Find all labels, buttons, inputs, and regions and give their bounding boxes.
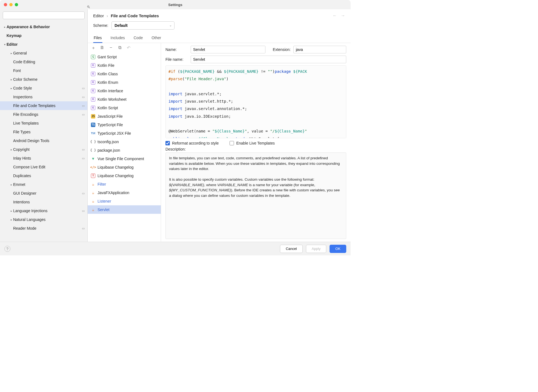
template-typescript-file[interactable]: TSTypeScript File bbox=[88, 120, 161, 129]
add-child-icon[interactable]: 🗎 bbox=[100, 45, 105, 51]
template-kotlin-class[interactable]: KKotlin Class bbox=[88, 70, 161, 78]
template-list[interactable]: GGant ScriptKKotlin FileKKotlin ClassKKo… bbox=[88, 53, 161, 242]
filename-field[interactable] bbox=[191, 56, 346, 63]
sidebar-item-file-encodings[interactable]: File Encodings▭ bbox=[0, 110, 87, 119]
template-vue-single-file-component[interactable]: ▼Vue Single File Component bbox=[88, 154, 161, 163]
extension-field[interactable] bbox=[293, 46, 346, 53]
scope-icon: ▭ bbox=[82, 209, 85, 213]
sidebar-item-color-scheme[interactable]: ▸Color Scheme bbox=[0, 75, 87, 84]
sidebar-item-file-types[interactable]: File Types bbox=[0, 128, 87, 136]
sidebar-item-font[interactable]: Font bbox=[0, 66, 87, 75]
sidebar-item-label: File Types bbox=[13, 130, 31, 134]
template-label: Kotlin Interface bbox=[98, 89, 123, 93]
sidebar-item-inlay-hints[interactable]: Inlay Hints▭ bbox=[0, 154, 87, 163]
remove-icon[interactable]: − bbox=[108, 45, 113, 51]
sidebar-item-appearance-behavior[interactable]: ▸Appearance & Behavior bbox=[0, 22, 87, 31]
template-liquibase-changelog[interactable]: </>Liquibase Changelog bbox=[88, 163, 161, 171]
sidebar-item-editor[interactable]: ▾Editor bbox=[0, 40, 87, 49]
sidebar-item-intentions[interactable]: Intentions bbox=[0, 198, 87, 206]
template-servlet[interactable]: ☕Servlet bbox=[88, 205, 161, 214]
description-box: In file templates, you can use text, cod… bbox=[165, 152, 346, 239]
template-kotlin-interface[interactable]: KKotlin Interface bbox=[88, 87, 161, 95]
revert-icon[interactable]: ↶ bbox=[126, 45, 131, 51]
template-label: Kotlin Class bbox=[98, 72, 118, 76]
sidebar-item-duplicates[interactable]: Duplicates bbox=[0, 171, 87, 180]
k-icon: K bbox=[91, 63, 95, 68]
sidebar-item-android-design-tools[interactable]: Android Design Tools bbox=[0, 136, 87, 145]
sidebar-item-language-injections[interactable]: ▸Language Injections▭ bbox=[0, 206, 87, 215]
template-label: Kotlin Worksheet bbox=[98, 97, 127, 102]
template-label: Kotlin Enum bbox=[98, 80, 118, 85]
sidebar-item-natural-languages[interactable]: ▸Natural Languages bbox=[0, 215, 87, 224]
template-liquibase-changelog[interactable]: YLiquibase Changelog bbox=[88, 171, 161, 180]
template-kotlin-worksheet[interactable]: KKotlin Worksheet bbox=[88, 95, 161, 103]
br-icon: { } bbox=[91, 148, 95, 152]
chevron-right-icon[interactable]: ▸ bbox=[9, 87, 13, 90]
k-icon: K bbox=[91, 89, 95, 93]
template-kotlin-enum[interactable]: KKotlin Enum bbox=[88, 78, 161, 87]
tab-other[interactable]: Other bbox=[151, 34, 162, 43]
template-listener[interactable]: ☕Listener bbox=[88, 197, 161, 205]
copy-icon[interactable]: ⧉ bbox=[117, 45, 122, 51]
tab-code[interactable]: Code bbox=[133, 34, 143, 43]
chevron-right-icon[interactable]: ▸ bbox=[9, 183, 13, 186]
chevron-right-icon[interactable]: ▸ bbox=[9, 78, 13, 81]
chevron-right-icon[interactable]: ▸ bbox=[9, 52, 13, 55]
tab-files[interactable]: Files bbox=[93, 34, 102, 43]
sidebar-item-code-style[interactable]: ▸Code Style▭ bbox=[0, 84, 87, 93]
filename-label: File name: bbox=[165, 57, 188, 62]
live-templates-checkbox[interactable]: Enable Live Templates bbox=[230, 141, 275, 145]
sidebar-item-inspections[interactable]: Inspections▭ bbox=[0, 93, 87, 101]
sidebar-item-copyright[interactable]: ▸Copyright▭ bbox=[0, 145, 87, 154]
sidebar-item-reader-mode[interactable]: Reader Mode▭ bbox=[0, 224, 87, 233]
template-kotlin-file[interactable]: KKotlin File bbox=[88, 61, 161, 70]
sidebar-item-live-templates[interactable]: Live Templates bbox=[0, 119, 87, 128]
sidebar-item-label: File and Code Templates bbox=[13, 103, 56, 108]
tab-includes[interactable]: Includes bbox=[110, 34, 125, 43]
template-tsconfig-json[interactable]: { }tsconfig.json bbox=[88, 137, 161, 146]
scope-icon: ▭ bbox=[82, 104, 85, 108]
settings-tree[interactable]: ▸Appearance & BehaviorKeymap▾Editor▸Gene… bbox=[0, 21, 87, 242]
cup-icon: ☕ bbox=[91, 199, 95, 203]
sidebar-item-gui-designer[interactable]: GUI Designer▭ bbox=[0, 189, 87, 198]
sidebar-item-file-and-code-templates[interactable]: File and Code Templates▭ bbox=[0, 101, 87, 110]
add-icon[interactable]: ＋ bbox=[91, 45, 96, 51]
chevron-right-icon[interactable]: ▸ bbox=[9, 218, 13, 221]
template-filter[interactable]: ☕Filter bbox=[88, 180, 161, 188]
sidebar-item-label: Live Templates bbox=[13, 121, 39, 125]
sidebar-item-general[interactable]: ▸General bbox=[0, 49, 87, 57]
search-input[interactable] bbox=[3, 11, 85, 19]
template-javafxapplication[interactable]: ☕JavaFXApplication bbox=[88, 188, 161, 197]
sidebar-item-code-editing[interactable]: Code Editing bbox=[0, 57, 87, 66]
template-package-json[interactable]: { }package.json bbox=[88, 146, 161, 154]
chevron-right-icon[interactable]: ▸ bbox=[9, 209, 13, 212]
sidebar-item-compose-live-edit[interactable]: Compose Live Edit bbox=[0, 163, 87, 171]
breadcrumb-parent[interactable]: Editor bbox=[93, 13, 104, 18]
forward-icon[interactable]: → bbox=[341, 13, 345, 18]
sidebar-item-keymap[interactable]: Keymap bbox=[0, 31, 87, 40]
help-icon[interactable]: ? bbox=[4, 246, 10, 252]
template-editor[interactable]: #if (${PACKAGE_NAME} && ${PACKAGE_NAME} … bbox=[165, 65, 346, 138]
sidebar-item-label: Appearance & Behavior bbox=[7, 25, 50, 29]
history-nav: ← → bbox=[333, 13, 345, 18]
template-kotlin-script[interactable]: KKotlin Script bbox=[88, 103, 161, 112]
reformat-checkbox[interactable]: Reformat according to style bbox=[165, 141, 219, 145]
sidebar-item-label: Code Style bbox=[13, 86, 32, 90]
template-gant-script[interactable]: GGant Script bbox=[88, 53, 161, 61]
template-label: JavaFXApplication bbox=[98, 191, 129, 195]
lq-icon: </> bbox=[91, 165, 95, 169]
scheme-select[interactable]: Default bbox=[111, 21, 174, 30]
template-javascript-file[interactable]: JSJavaScript File bbox=[88, 112, 161, 120]
chevron-right-icon[interactable]: ▸ bbox=[3, 25, 7, 28]
template-label: tsconfig.json bbox=[98, 140, 119, 144]
chevron-down-icon[interactable]: ▾ bbox=[3, 43, 7, 46]
ok-button[interactable]: OK bbox=[330, 245, 346, 253]
apply-button[interactable]: Apply bbox=[306, 245, 327, 253]
name-field[interactable] bbox=[191, 46, 265, 53]
sidebar-item-emmet[interactable]: ▸Emmet bbox=[0, 180, 87, 189]
back-icon[interactable]: ← bbox=[333, 13, 337, 18]
chevron-right-icon[interactable]: ▸ bbox=[9, 148, 13, 151]
template-typescript-jsx-file[interactable]: TSXTypeScript JSX File bbox=[88, 129, 161, 137]
cancel-button[interactable]: Cancel bbox=[280, 245, 302, 253]
dialog-footer: ? Cancel Apply OK bbox=[0, 242, 351, 255]
